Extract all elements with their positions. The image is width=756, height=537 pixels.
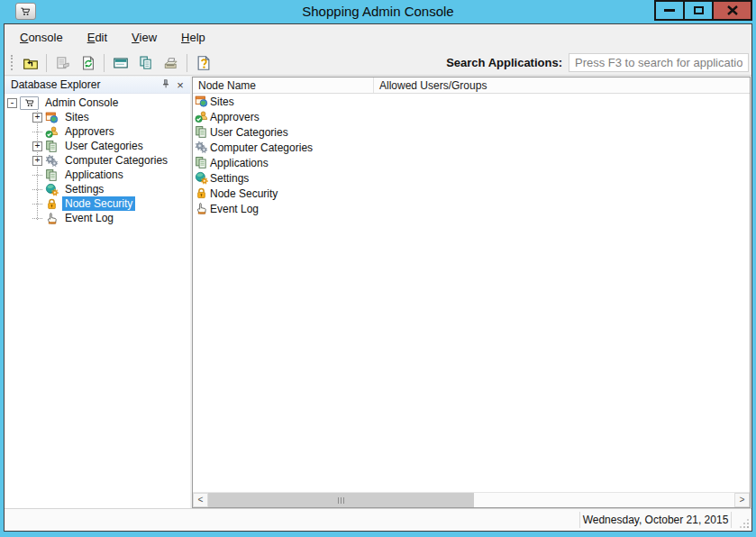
window-app-icon[interactable] — [15, 3, 36, 20]
column-allowed-users[interactable]: Allowed Users/Groups — [374, 77, 750, 93]
expand-icon[interactable]: + — [32, 156, 42, 166]
list-row-settings[interactable]: Settings — [193, 170, 750, 186]
database-explorer-panel: Database Explorer × - Admin Console + — [5, 77, 190, 508]
approvers-icon — [45, 125, 59, 139]
collapse-icon[interactable]: - — [7, 98, 17, 108]
client-area: Console Edit View Help Sear — [4, 23, 752, 532]
expand-icon[interactable]: + — [32, 141, 42, 151]
tree-item-node-security[interactable]: Node Security — [5, 196, 190, 211]
close-icon — [727, 5, 738, 15]
list-row-computer-categories[interactable]: Computer Categories — [193, 140, 750, 155]
node-name: Event Log — [210, 203, 259, 215]
properties-icon — [55, 55, 71, 71]
menu-edit[interactable]: Edit — [85, 29, 110, 46]
lock-icon — [195, 187, 208, 200]
maximize-button[interactable] — [683, 0, 714, 21]
scroll-left-button[interactable]: < — [193, 493, 208, 507]
approvers-icon — [195, 110, 208, 123]
up-one-level-button[interactable] — [19, 52, 41, 73]
tree-label-selected[interactable]: Node Security — [62, 196, 135, 211]
refresh-icon — [80, 55, 96, 71]
sites-icon — [195, 95, 208, 108]
window-title: Shopping Admin Console — [108, 4, 648, 19]
shopping-cart-icon — [19, 5, 32, 18]
node-list-panel: Node Name Allowed Users/Groups Sites App… — [192, 77, 751, 508]
tree-view: - Admin Console + Sites Approvers + User… — [5, 96, 190, 508]
tree-label[interactable]: User Categories — [62, 139, 146, 153]
sites-icon — [45, 111, 59, 124]
console-window-button[interactable] — [109, 52, 132, 73]
close-button[interactable] — [712, 0, 752, 21]
tree-item-admin-console[interactable]: - Admin Console — [5, 96, 190, 110]
settings-icon — [195, 171, 208, 185]
properties-button[interactable] — [51, 52, 74, 73]
panel-title: Database Explorer — [11, 78, 100, 91]
refresh-button[interactable] — [77, 52, 99, 73]
menu-console[interactable]: Console — [17, 29, 66, 46]
search-label: Search Applications: — [446, 56, 562, 69]
tree-label[interactable]: Sites — [62, 110, 92, 124]
maximize-icon — [694, 6, 704, 14]
chevron-left-icon: < — [197, 496, 203, 505]
list-row-approvers[interactable]: Approvers — [193, 109, 750, 124]
admin-console-icon — [20, 96, 39, 110]
node-name: Applications — [210, 157, 269, 169]
toolbar-separator — [46, 54, 47, 72]
tree-item-approvers[interactable]: Approvers — [5, 124, 190, 139]
search-area: Search Applications: — [446, 53, 749, 72]
list-row-user-categories[interactable]: User Categories — [193, 124, 750, 140]
applications-icon — [45, 168, 59, 182]
help-button[interactable] — [192, 52, 214, 73]
minimize-button[interactable] — [654, 0, 685, 21]
tree-connector — [32, 189, 42, 190]
event-log-hand-icon — [195, 202, 208, 215]
tree-item-user-categories[interactable]: + User Categories — [5, 139, 190, 153]
status-separator — [731, 512, 732, 528]
node-name: Node Security — [210, 187, 278, 200]
tree-label[interactable]: Computer Categories — [62, 153, 170, 168]
node-name: Settings — [210, 172, 249, 185]
menu-help[interactable]: Help — [178, 29, 208, 46]
expand-icon[interactable]: + — [32, 113, 42, 123]
tree-item-computer-categories[interactable]: + Computer Categories — [5, 153, 190, 168]
panel-close-icon[interactable]: × — [173, 77, 187, 92]
search-input[interactable] — [569, 53, 749, 72]
column-node-name[interactable]: Node Name — [193, 77, 374, 93]
help-doc-icon — [196, 55, 212, 71]
tree-connector — [32, 175, 42, 176]
list-row-node-security[interactable]: Node Security — [193, 186, 750, 201]
toolbar-separator — [104, 54, 105, 72]
resize-grip[interactable] — [740, 519, 749, 528]
copy-button[interactable] — [134, 52, 157, 73]
tree-connector — [32, 218, 42, 219]
tree-label[interactable]: Admin Console — [42, 96, 121, 110]
node-name: User Categories — [210, 126, 288, 139]
panel-header-tools: × — [159, 77, 187, 92]
list-row-sites[interactable]: Sites — [193, 94, 750, 109]
folder-up-icon — [23, 55, 39, 71]
toolbar-grip[interactable] — [11, 55, 13, 70]
status-date: Wednesday, October 21, 2015 — [580, 509, 731, 531]
list-column-headers: Node Name Allowed Users/Groups — [193, 77, 750, 94]
tree-label[interactable]: Event Log — [62, 211, 116, 225]
tree-label[interactable]: Approvers — [62, 124, 117, 139]
tree-item-applications[interactable]: Applications — [5, 168, 190, 182]
scroll-right-button[interactable]: > — [734, 493, 750, 507]
tree-item-sites[interactable]: + Sites — [5, 110, 190, 124]
title-bar: Shopping Admin Console — [0, 0, 756, 23]
tree-item-settings[interactable]: Settings — [5, 182, 190, 196]
list-row-event-log[interactable]: Event Log — [193, 201, 750, 216]
tree-label[interactable]: Applications — [62, 168, 126, 182]
scrollbar-thumb[interactable] — [208, 493, 474, 507]
tree-label[interactable]: Settings — [62, 182, 106, 196]
window-controls — [656, 0, 752, 21]
applications-icon — [195, 156, 208, 169]
horizontal-scrollbar[interactable]: < > — [193, 492, 750, 507]
tree-item-event-log[interactable]: Event Log — [5, 211, 190, 225]
toolbar: Search Applications: — [5, 50, 751, 76]
print-button[interactable] — [159, 52, 182, 73]
list-rows: Sites Approvers User Categories Computer… — [193, 94, 750, 492]
list-row-applications[interactable]: Applications — [193, 155, 750, 170]
pin-icon[interactable] — [159, 77, 173, 92]
menu-view[interactable]: View — [129, 29, 159, 46]
